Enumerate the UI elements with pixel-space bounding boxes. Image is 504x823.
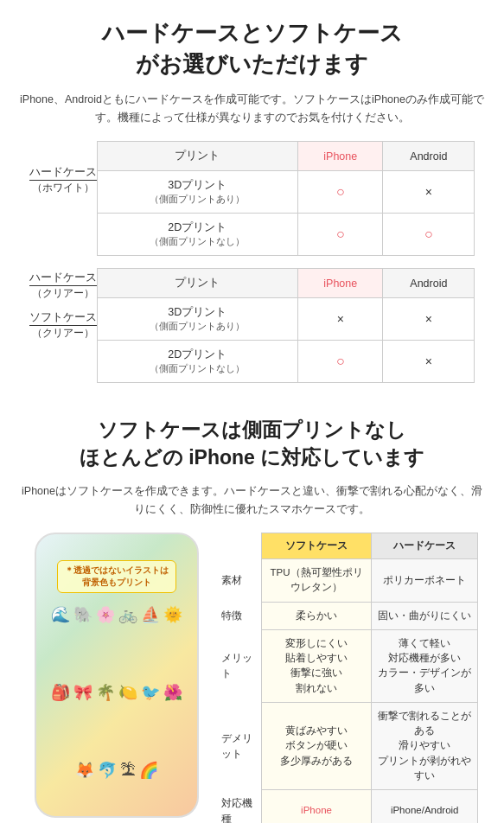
- main-title: ハードケースとソフトケース がお選びいただけます: [17, 17, 487, 80]
- compare-row-label: 素材: [218, 559, 261, 603]
- main-title-line1: ハードケースとソフトケース: [102, 20, 403, 46]
- second-section: ソフトケースは側面プリントなし ほとんどの iPhone に対応しています iP…: [0, 395, 504, 823]
- table2-label2-block: ソフトケース （クリアー）: [29, 308, 97, 342]
- table2: プリント iPhone Android 3Dプリント （側面プリントあり） × …: [97, 268, 475, 383]
- top-section: ハードケースとソフトケース がお選びいただけます iPhone、Androidと…: [0, 0, 504, 395]
- sticker-icon: 🌈: [139, 761, 158, 780]
- compare-soft-cell: TPU（熱可塑性ポリウレタン）: [261, 559, 372, 603]
- table2-header-iphone: iPhone: [298, 269, 383, 298]
- table-row: 素材TPU（熱可塑性ポリウレタン）ポリカーボネート: [218, 559, 478, 603]
- table2-header-android: Android: [383, 269, 475, 298]
- compare-soft-cell: 柔らかい: [261, 602, 372, 629]
- table-row: メリット変形しにくい 貼着しやすい 衝撃に強い 割れない薄くて軽い 対応機種が多…: [218, 629, 478, 702]
- table1: プリント iPhone Android 3Dプリント （側面プリントあり） ○ …: [97, 141, 475, 256]
- sticker-icon: 🌸: [96, 605, 115, 624]
- table2-label1: ハードケース: [29, 270, 97, 286]
- compare-row-label: 対応機種: [218, 790, 261, 823]
- phone-label: ＊透過ではないイラストは 背景色もプリント: [57, 560, 176, 593]
- compare-row-label: デメリット: [218, 702, 261, 789]
- sticker-icon: 🐬: [98, 761, 117, 780]
- phone-mockup: ＊透過ではないイラストは 背景色もプリント 🌊🐘🌸🚲⛵🌞🎒🎀🌴🍋🐦🌺🦊🐬🏝🌈: [35, 533, 199, 818]
- compare-row-label: メリット: [218, 629, 261, 702]
- table1-iphone2: ○: [298, 214, 383, 256]
- table1-print2: 2Dプリント （側面プリントなし）: [97, 214, 298, 256]
- sticker-icon: 🏝: [120, 762, 136, 780]
- table2-label2: ソフトケース: [29, 309, 97, 326]
- table2-android2: ×: [383, 341, 475, 383]
- table1-android1: ×: [383, 171, 475, 214]
- table2-left-labels: ハードケース （クリアー） ソフトケース （クリアー）: [29, 268, 97, 342]
- compare-soft-cell: iPhone: [261, 790, 372, 823]
- table2-iphone1: ×: [298, 298, 383, 341]
- compare-hard-cell: 衝撃で割れることがある 滑りやすい プリントが剥がれやすい: [372, 702, 478, 789]
- description-text: iPhone、Androidともにハードケースを作成可能です。ソフトケースはiP…: [17, 91, 487, 128]
- phone-image-area: ＊透過ではないイラストは 背景色もプリント 🌊🐘🌸🚲⛵🌞🎒🎀🌴🍋🐦🌺🦊🐬🏝🌈 ※…: [26, 533, 207, 823]
- table1-print1: 3Dプリント （側面プリントあり）: [97, 171, 298, 214]
- table-row: 対応機種iPhoneiPhone/Android: [218, 790, 478, 823]
- table2-right: プリント iPhone Android 3Dプリント （側面プリントあり） × …: [97, 268, 475, 383]
- table2-print2: 2Dプリント （側面プリントなし）: [97, 341, 298, 383]
- sticker-icon: 🐦: [141, 683, 160, 702]
- second-title-line2: ほとんどの iPhone に対応しています: [80, 446, 424, 469]
- sticker-icon: ⛵: [141, 605, 160, 624]
- table2-label1-sub: （クリアー）: [29, 286, 97, 301]
- table1-wrapper: ハードケース （ホワイト） プリント iPhone Android 3Dプリント: [29, 141, 475, 256]
- table2-android1: ×: [383, 298, 475, 341]
- table2-wrapper: ハードケース （クリアー） ソフトケース （クリアー） プリント iPhone …: [29, 268, 475, 383]
- table1-left-labels: ハードケース （ホワイト）: [29, 141, 97, 219]
- sticker-icon: 🦊: [75, 761, 94, 780]
- sticker-icon: 🎀: [73, 683, 93, 702]
- bottom-content: ＊透過ではないイラストは 背景色もプリント 🌊🐘🌸🚲⛵🌞🎒🎀🌴🍋🐦🌺🦊🐬🏝🌈 ※…: [17, 533, 487, 823]
- table2-iphone2: ○: [298, 341, 383, 383]
- table1-android2: ○: [383, 214, 475, 256]
- table-row: 特徴柔らかい固い・曲がりにくい: [218, 602, 478, 629]
- compare-hard-cell: 薄くて軽い 対応機種が多い カラー・デザインが多い: [372, 629, 478, 702]
- compare-header-soft: ソフトケース: [261, 533, 372, 559]
- sticker-icon: 🌴: [96, 683, 115, 702]
- table-row: 3Dプリント （側面プリントあり） ○ ×: [97, 171, 475, 214]
- compare-row-label: 特徴: [218, 602, 261, 629]
- table2-label2-sub: （クリアー）: [29, 326, 97, 341]
- table1-header-print: プリント: [97, 142, 298, 171]
- second-description: iPhoneはソフトケースを作成できます。ハードケースと違い、衝撃で割れる心配が…: [17, 482, 487, 520]
- compare-soft-cell: 黄ばみやすい ボタンが硬い 多少厚みがある: [261, 702, 372, 789]
- compare-hard-cell: 固い・曲がりにくい: [372, 602, 478, 629]
- sticker-icon: 🌞: [163, 605, 182, 624]
- table-row: デメリット黄ばみやすい ボタンが硬い 多少厚みがある衝撃で割れることがある 滑り…: [218, 702, 478, 789]
- table1-right: プリント iPhone Android 3Dプリント （側面プリントあり） ○ …: [97, 141, 475, 256]
- main-title-line2: がお選びいただけます: [136, 51, 368, 77]
- table2-print1: 3Dプリント （側面プリントあり）: [97, 298, 298, 341]
- compare-header-hard: ハードケース: [372, 533, 478, 559]
- sticker-icon: 🍋: [118, 683, 137, 702]
- compare-soft-cell: 変形しにくい 貼着しやすい 衝撃に強い 割れない: [261, 629, 372, 702]
- compare-hard-cell: iPhone/Android: [372, 790, 478, 823]
- sticker-icon: 🎒: [51, 683, 70, 702]
- table-row: 2Dプリント （側面プリントなし） ○ ○: [97, 214, 475, 256]
- table-row: 3Dプリント （側面プリントあり） × ×: [97, 298, 475, 341]
- table-row: 2Dプリント （側面プリントなし） ○ ×: [97, 341, 475, 383]
- table1-header-iphone: iPhone: [298, 142, 383, 171]
- compare-table: ソフトケース ハードケース 素材TPU（熱可塑性ポリウレタン）ポリカーボネート特…: [218, 533, 478, 823]
- table1-label-block: ハードケース （ホワイト）: [29, 141, 97, 219]
- table2-label1-block: ハードケース （クリアー）: [29, 268, 97, 303]
- sticker-icon: 🚲: [118, 605, 137, 624]
- table2-header-print: プリント: [97, 269, 298, 298]
- table1-iphone1: ○: [298, 171, 383, 214]
- second-title: ソフトケースは側面プリントなし ほとんどの iPhone に対応しています: [17, 416, 487, 471]
- compare-hard-cell: ポリカーボネート: [372, 559, 478, 603]
- sticker-icon: 🌊: [51, 605, 70, 624]
- sticker-icon: 🐘: [73, 605, 93, 624]
- second-title-line1: ソフトケースは側面プリントなし: [98, 418, 406, 441]
- sticker-icon: 🌺: [163, 683, 182, 702]
- table1-label-sub: （ホワイト）: [29, 181, 97, 195]
- compare-table-area: ソフトケース ハードケース 素材TPU（熱可塑性ポリウレタン）ポリカーボネート特…: [218, 533, 478, 823]
- table1-header-android: Android: [383, 142, 475, 171]
- table1-label: ハードケース: [29, 164, 97, 181]
